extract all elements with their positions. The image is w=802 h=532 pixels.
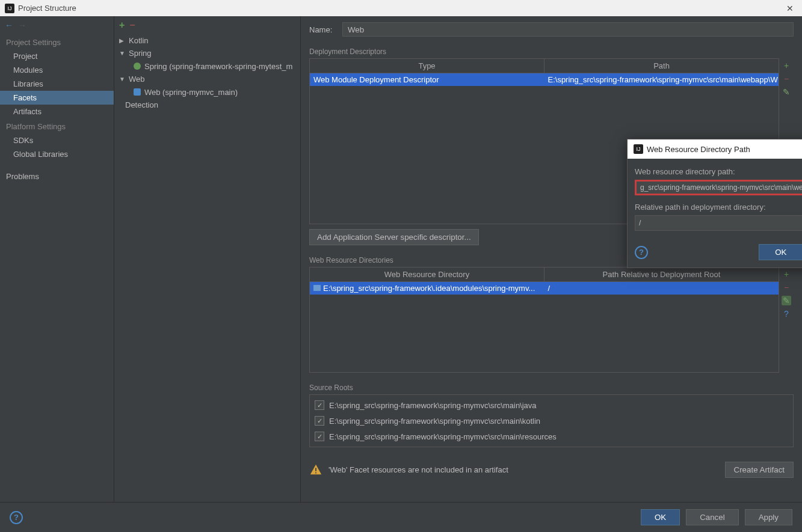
- checkbox-icon[interactable]: ✓: [315, 416, 324, 426]
- resource-edit-icon[interactable]: ✎: [782, 296, 791, 305]
- nav-forward-icon[interactable]: →: [18, 20, 26, 30]
- deploy-descriptors-label: Deployment Descriptors: [309, 47, 794, 56]
- sidebar-item-global-libraries[interactable]: Global Libraries: [0, 147, 114, 161]
- resource-add-icon[interactable]: +: [784, 269, 789, 279]
- deploy-th-type: Type: [310, 59, 544, 73]
- tree-remove-button[interactable]: −: [129, 20, 135, 31]
- path-label: Web resource directory path:: [635, 167, 802, 176]
- app-icon: IJ: [5, 4, 14, 13]
- source-root-item[interactable]: ✓E:\spring_src\spring-framework\spring-m…: [310, 413, 793, 429]
- sidebar-item-libraries[interactable]: Libraries: [0, 77, 114, 91]
- facet-tree-panel: + − ▶Kotlin ▼Spring Spring (spring-frame…: [114, 16, 301, 502]
- bottom-bar: ? OK Cancel Apply: [0, 502, 802, 532]
- tree-item-web-module[interactable]: Web (spring-mymvc_main): [114, 85, 300, 99]
- relative-label: Relative path in deployment directory:: [635, 203, 802, 212]
- deploy-th-path: Path: [544, 59, 779, 73]
- facet-name-input[interactable]: [342, 22, 794, 37]
- window-close-button[interactable]: ✕: [783, 4, 797, 13]
- svg-rect-1: [315, 472, 316, 473]
- dialog-help-icon[interactable]: ?: [635, 246, 648, 259]
- add-server-descriptor-button[interactable]: Add Application Server specific descript…: [309, 229, 479, 245]
- sidebar-item-sdks[interactable]: SDKs: [0, 133, 114, 147]
- resource-path-input[interactable]: [635, 180, 802, 195]
- checkbox-icon[interactable]: ✓: [315, 432, 324, 441]
- tree-item-web[interactable]: ▼Web: [114, 73, 300, 85]
- warning-icon: [309, 463, 322, 477]
- resource-remove-icon[interactable]: −: [784, 283, 789, 292]
- window-title: Project Structure: [18, 4, 76, 13]
- sidebar-item-artifacts[interactable]: Artifacts: [0, 105, 114, 118]
- relative-path-input[interactable]: [635, 215, 802, 231]
- resource-row[interactable]: E:\spring_src\spring-framework\.idea\mod…: [310, 282, 779, 295]
- spring-icon: [132, 61, 142, 71]
- tree-item-detection[interactable]: Detection: [114, 99, 300, 111]
- facet-content: Name: Deployment Descriptors Type Path W…: [301, 16, 802, 502]
- resource-help-icon[interactable]: ?: [784, 309, 789, 319]
- ok-button[interactable]: OK: [641, 509, 680, 525]
- sidebar-item-facets[interactable]: Facets: [0, 91, 114, 105]
- dialog-title: Web Resource Directory Path: [647, 145, 750, 154]
- source-root-item[interactable]: ✓E:\spring_src\spring-framework\spring-m…: [310, 397, 793, 413]
- deploy-row[interactable]: Web Module Deployment Descriptor E:\spri…: [310, 73, 779, 86]
- tree-add-button[interactable]: +: [119, 20, 125, 31]
- platform-settings-heading: Platform Settings: [0, 118, 114, 133]
- web-icon: [132, 87, 142, 97]
- resource-th-path: Path Relative to Deployment Root: [544, 268, 779, 281]
- apply-button[interactable]: Apply: [745, 509, 792, 525]
- deploy-add-icon[interactable]: +: [784, 61, 789, 70]
- sidebar-item-problems[interactable]: Problems: [0, 170, 114, 183]
- nav-back-icon[interactable]: ←: [5, 20, 13, 30]
- resource-th-dir: Web Resource Directory: [310, 268, 544, 281]
- cancel-button[interactable]: Cancel: [686, 509, 739, 525]
- dialog-ok-button[interactable]: OK: [759, 244, 802, 260]
- chevron-down-icon: ▼: [119, 50, 128, 57]
- deploy-edit-icon[interactable]: ✎: [783, 87, 790, 97]
- title-bar: IJ Project Structure ✕: [0, 0, 802, 16]
- name-label: Name:: [309, 25, 342, 34]
- dialog-app-icon: IJ: [634, 144, 643, 154]
- chevron-down-icon: ▼: [119, 76, 128, 82]
- settings-sidebar: ← → Project Settings Project Modules Lib…: [0, 16, 114, 502]
- tree-item-kotlin[interactable]: ▶Kotlin: [114, 34, 300, 47]
- web-resource-dialog: IJ Web Resource Directory Path ✕ Web res…: [627, 139, 802, 268]
- tree-item-spring-module[interactable]: Spring (spring-framework-spring-mytest_m: [114, 60, 300, 73]
- deploy-remove-icon[interactable]: −: [784, 74, 789, 84]
- source-root-item[interactable]: ✓E:\spring_src\spring-framework\spring-m…: [310, 429, 793, 444]
- tree-item-spring[interactable]: ▼Spring: [114, 47, 300, 60]
- help-icon[interactable]: ?: [10, 511, 23, 524]
- sidebar-item-modules[interactable]: Modules: [0, 63, 114, 77]
- source-roots-label: Source Roots: [309, 384, 794, 392]
- checkbox-icon[interactable]: ✓: [315, 400, 324, 410]
- chevron-right-icon: ▶: [119, 37, 128, 44]
- project-settings-heading: Project Settings: [0, 34, 114, 49]
- sidebar-item-project[interactable]: Project: [0, 49, 114, 63]
- svg-rect-0: [315, 468, 316, 471]
- warning-text: 'Web' Facet resources are not included i…: [329, 465, 508, 474]
- create-artifact-button[interactable]: Create Artifact: [725, 462, 794, 478]
- folder-icon: [313, 285, 321, 291]
